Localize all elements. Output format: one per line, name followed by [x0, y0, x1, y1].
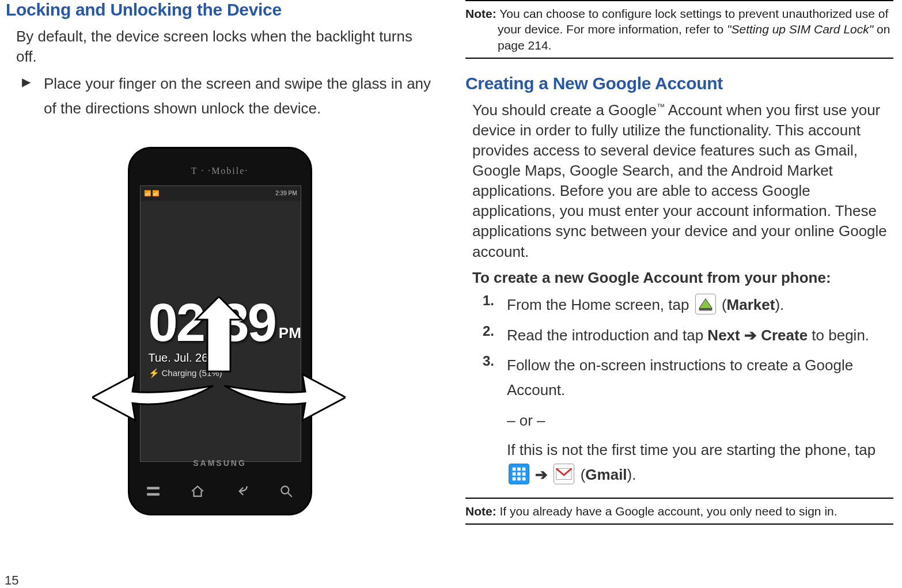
trademark-symbol: ™ — [657, 102, 665, 111]
bullet-marker: ▶ — [22, 71, 32, 121]
svg-rect-10 — [522, 472, 526, 476]
step-1-c: ). — [775, 296, 784, 313]
svg-rect-7 — [522, 468, 526, 471]
charging-icon: ⚡ — [149, 368, 160, 378]
clock-time: 02:39 — [149, 299, 275, 347]
svg-rect-4 — [699, 308, 712, 310]
gmail-icon — [554, 464, 574, 484]
intro-right-a: You should create a Google — [472, 101, 657, 119]
svg-rect-6 — [517, 468, 521, 471]
svg-rect-8 — [513, 472, 516, 476]
status-time: 2:39 PM — [275, 190, 297, 196]
step-alt-arrow: ➔ — [531, 466, 552, 483]
back-icon — [234, 484, 249, 501]
step-2-c: to begin. — [808, 327, 869, 344]
step-2-next: Next — [707, 327, 740, 344]
note-ref: "Setting up SIM Card Lock" — [727, 22, 877, 36]
step-alt-c: ). — [627, 466, 636, 483]
step-1-b: ( — [718, 296, 727, 313]
note2-text: If you already have a Google account, yo… — [497, 504, 837, 518]
step-alt-a: If this is not the first time you are st… — [507, 441, 876, 458]
intro-left: By default, the device screen locks when… — [16, 26, 434, 67]
svg-point-2 — [282, 486, 289, 494]
note-label: Note: — [465, 7, 497, 20]
step-2-create: Create — [761, 327, 808, 344]
clock-date: Tue. Jul. 26 — [149, 351, 293, 365]
step-3-body: Follow the on-screen instructions to cre… — [507, 353, 893, 403]
step-1-body: From the Home screen, tap (Market). — [507, 293, 784, 317]
intro-right-b: Account when you first use your device i… — [472, 101, 887, 260]
bullet-text: Place your finger on the screen and swip… — [44, 71, 434, 121]
step-1-a: From the Home screen, tap — [507, 296, 693, 313]
svg-rect-13 — [522, 477, 526, 481]
apps-icon — [509, 464, 529, 484]
status-signal-icon: 📶 📶 — [144, 190, 160, 196]
market-icon — [695, 294, 716, 314]
svg-rect-9 — [517, 472, 521, 476]
step-3-num: 3. — [483, 353, 497, 403]
step-alt: If this is not the first time you are st… — [507, 438, 893, 487]
home-icon — [190, 484, 205, 501]
step-2-a: Read the introduction and tap — [507, 327, 707, 344]
search-icon — [279, 484, 294, 501]
svg-rect-0 — [147, 487, 159, 488]
heading-lock-unlock: Locking and Unlocking the Device — [6, 0, 434, 20]
brand-label: SAMSUNG — [130, 458, 310, 468]
svg-rect-11 — [513, 477, 516, 481]
heading-google-account: Creating a New Google Account — [465, 74, 893, 93]
step-alt-b: ( — [576, 466, 585, 483]
note-sim-lock: Note: You can choose to configure lock s… — [465, 0, 893, 59]
note2-label: Note: — [465, 504, 497, 518]
subheading-create-account: To create a new Google Account from your… — [472, 269, 893, 287]
step-2-arrow: ➔ — [740, 327, 761, 344]
intro-right: You should create a Google™ Account when… — [472, 100, 893, 262]
svg-rect-12 — [517, 477, 521, 481]
svg-rect-1 — [147, 494, 159, 495]
note-signin: Note: If you already have a Google accou… — [465, 498, 893, 525]
step-or: – or – — [507, 408, 893, 433]
clock-ampm: PM — [279, 324, 301, 347]
carrier-label: T · ·Mobile· — [130, 166, 310, 176]
charging-text: Charging (51%) — [162, 368, 222, 378]
svg-rect-5 — [513, 468, 516, 471]
step-2-body: Read the introduction and tap Next ➔ Cre… — [507, 323, 869, 348]
menu-icon — [146, 484, 161, 501]
step-1-num: 1. — [483, 293, 497, 317]
step-alt-bold: Gmail — [585, 466, 627, 483]
phone-illustration: T · ·Mobile· 📶 📶 2:39 PM 02:39 PM Tue. J… — [6, 147, 434, 515]
step-1-bold: Market — [727, 296, 775, 313]
svg-line-3 — [289, 493, 293, 497]
step-2-num: 2. — [483, 323, 497, 348]
page-number: 15 — [5, 573, 18, 588]
